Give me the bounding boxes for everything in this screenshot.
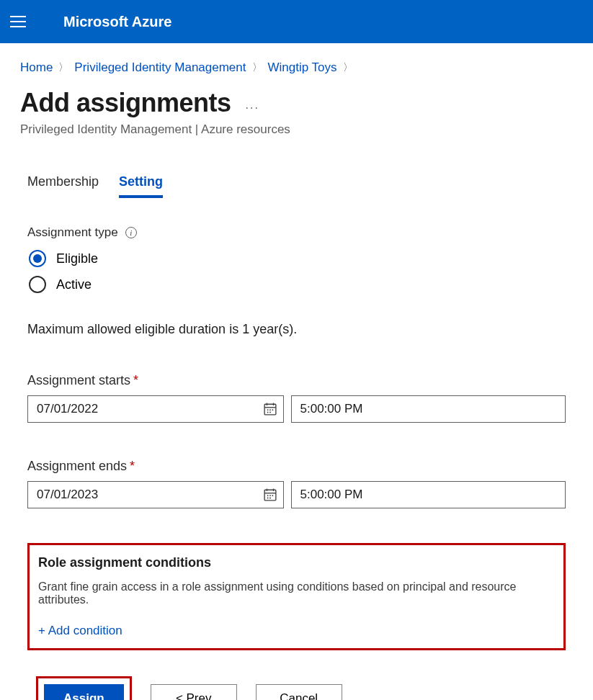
- breadcrumb-pim[interactable]: Privileged Identity Management: [74, 60, 246, 75]
- chevron-right-icon: 〉: [58, 61, 68, 74]
- radio-active[interactable]: Active: [27, 276, 566, 293]
- starts-label: Assignment starts*: [27, 373, 566, 388]
- more-icon[interactable]: ···: [246, 102, 259, 115]
- radio-eligible[interactable]: Eligible: [27, 250, 566, 267]
- ends-date-wrapper: [27, 481, 284, 508]
- add-condition-link[interactable]: + Add condition: [38, 624, 555, 638]
- cancel-button[interactable]: Cancel: [256, 684, 342, 700]
- prev-button[interactable]: < Prev: [151, 684, 237, 700]
- radio-eligible-label: Eligible: [56, 251, 98, 266]
- radio-active-label: Active: [56, 277, 92, 292]
- breadcrumb: Home 〉 Privileged Identity Management 〉 …: [20, 60, 573, 75]
- title-row: Add assignments ···: [20, 88, 573, 118]
- hamburger-icon[interactable]: [10, 16, 26, 27]
- brand-label: Microsoft Azure: [63, 14, 171, 30]
- tab-strip: Membership Setting: [20, 174, 573, 198]
- conditions-section: Role assignment conditions Grant fine gr…: [27, 543, 566, 650]
- ends-group: Assignment ends*: [27, 459, 566, 508]
- info-icon[interactable]: i: [125, 227, 137, 238]
- ends-time-input[interactable]: [291, 481, 566, 508]
- assign-highlight: Assign: [36, 676, 132, 700]
- assignment-type-label-row: Assignment type i: [27, 225, 566, 240]
- tab-membership[interactable]: Membership: [27, 174, 99, 198]
- chevron-right-icon: 〉: [343, 61, 353, 74]
- form-body: Assignment type i Eligible Active Maximu…: [20, 198, 573, 650]
- radio-icon: [29, 276, 46, 293]
- breadcrumb-directory[interactable]: Wingtip Toys: [268, 60, 337, 75]
- ends-label: Assignment ends*: [27, 459, 566, 474]
- radio-icon: [29, 250, 46, 267]
- conditions-desc: Grant fine grain access in a role assign…: [38, 580, 555, 606]
- conditions-title: Role assignment conditions: [38, 555, 555, 570]
- breadcrumb-home[interactable]: Home: [20, 60, 53, 75]
- ends-date-input[interactable]: [27, 481, 284, 508]
- starts-group: Assignment starts*: [27, 373, 566, 423]
- starts-date-wrapper: [27, 395, 284, 423]
- starts-date-input[interactable]: [27, 395, 284, 423]
- top-header: Microsoft Azure: [0, 0, 593, 43]
- assignment-type-label: Assignment type: [27, 225, 118, 240]
- page-content: Home 〉 Privileged Identity Management 〉 …: [0, 43, 593, 700]
- starts-time-input[interactable]: [291, 395, 566, 423]
- page-subtitle: Privileged Identity Management | Azure r…: [20, 122, 573, 137]
- tab-setting[interactable]: Setting: [119, 174, 163, 198]
- page-title: Add assignments: [20, 88, 231, 118]
- max-duration-note: Maximum allowed eligible duration is 1 y…: [27, 322, 566, 337]
- assign-button[interactable]: Assign: [44, 684, 124, 700]
- chevron-right-icon: 〉: [252, 61, 262, 74]
- footer-buttons: Assign < Prev Cancel: [20, 676, 573, 700]
